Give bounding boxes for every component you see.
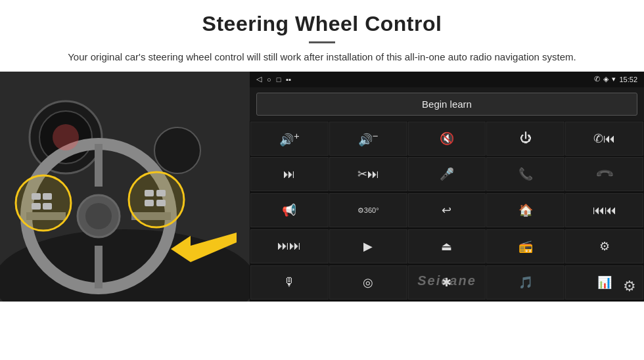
home-button[interactable]: 🏠 bbox=[486, 193, 564, 227]
svg-rect-14 bbox=[32, 193, 41, 200]
radio-icon: 📻 bbox=[518, 239, 533, 254]
control-panel: ◁ ○ □ ▪▪ ✆ ◈ ▾ 15:52 Begin learn bbox=[250, 72, 644, 302]
android-statusbar: ◁ ○ □ ▪▪ ✆ ◈ ▾ 15:52 bbox=[250, 72, 644, 87]
power-button[interactable]: ⏻ bbox=[486, 122, 564, 156]
eq-settings-button[interactable]: ⚙ bbox=[565, 229, 643, 263]
svg-rect-18 bbox=[145, 190, 154, 196]
svg-point-11 bbox=[85, 203, 112, 229]
next-track-icon: ⏭ bbox=[283, 168, 295, 181]
wheel-icon: ◎ bbox=[363, 275, 373, 290]
wifi-status-icon: ▾ bbox=[612, 75, 616, 83]
page-container: Steering Wheel Control Your original car… bbox=[0, 0, 644, 360]
svg-rect-17 bbox=[43, 203, 52, 210]
subtitle: Your original car's steering wheel contr… bbox=[39, 50, 605, 65]
back-button[interactable]: ↩ bbox=[408, 193, 486, 227]
ff-icon: ✂⏭ bbox=[357, 167, 379, 181]
hangup-button[interactable]: 📞 bbox=[565, 157, 643, 191]
equalizer-icon: 📊 bbox=[597, 275, 612, 290]
radio-button[interactable]: 📻 bbox=[486, 229, 564, 263]
eq-settings-icon: ⚙ bbox=[599, 239, 610, 254]
svg-point-22 bbox=[53, 124, 79, 150]
mic-icon: 🎤 bbox=[440, 167, 454, 181]
vol-up-button[interactable]: 🔊+ bbox=[250, 122, 329, 156]
phone-prev-button[interactable]: ✆⏮ bbox=[565, 122, 643, 156]
home-nav-icon[interactable]: ○ bbox=[267, 76, 271, 83]
hangup-icon: 📞 bbox=[594, 164, 614, 185]
gear-settings-button[interactable]: ⚙ bbox=[623, 278, 636, 295]
eject-button[interactable]: ⏏ bbox=[408, 229, 486, 263]
speaker-icon: 📢 bbox=[282, 203, 296, 217]
right-panel-wrapper: ◁ ○ □ ▪▪ ✆ ◈ ▾ 15:52 Begin learn bbox=[250, 72, 644, 302]
next-track-button[interactable]: ⏭ bbox=[250, 157, 329, 191]
skipfwd-button[interactable]: ⏭⏭ bbox=[250, 229, 329, 263]
music-button[interactable]: 🎵 bbox=[486, 265, 564, 300]
mic-button[interactable]: 🎤 bbox=[408, 157, 486, 191]
music-icon: 🎵 bbox=[518, 275, 533, 290]
phone-status-icon: ✆ bbox=[594, 75, 600, 83]
svg-point-4 bbox=[154, 127, 200, 173]
back-icon: ↩ bbox=[442, 203, 451, 217]
mute-icon: 🔇 bbox=[440, 131, 454, 146]
mic2-button[interactable]: 🎙 bbox=[250, 265, 329, 300]
svg-rect-19 bbox=[156, 190, 166, 196]
header-section: Steering Wheel Control Your original car… bbox=[0, 0, 644, 72]
svg-rect-16 bbox=[32, 203, 41, 210]
phone-icon: 📞 bbox=[518, 167, 533, 181]
back-nav-icon[interactable]: ◁ bbox=[256, 75, 262, 83]
speaker-button[interactable]: 📢 bbox=[250, 193, 329, 227]
svg-rect-20 bbox=[145, 200, 154, 206]
svg-point-13 bbox=[129, 172, 184, 227]
page-title: Steering Wheel Control bbox=[39, 12, 605, 36]
svg-rect-21 bbox=[156, 200, 166, 206]
wheel-button[interactable]: ◎ bbox=[329, 265, 407, 300]
navigate-icon: ▶ bbox=[363, 239, 373, 254]
power-icon: ⏻ bbox=[520, 131, 532, 145]
clock: 15:52 bbox=[619, 76, 637, 83]
signal-icon: ▪▪ bbox=[286, 76, 291, 83]
home-icon: 🏠 bbox=[518, 203, 533, 217]
content-row: ◁ ○ □ ▪▪ ✆ ◈ ▾ 15:52 Begin learn bbox=[0, 72, 644, 361]
icon-grid: 🔊+ 🔊− 🔇 ⏻ ✆⏮ ⏭ ✂⏭ 🎤 📞 📞 📢 ⚙360° ↩ 🏠 bbox=[250, 121, 644, 302]
location-status-icon: ◈ bbox=[603, 75, 609, 83]
skipback-button[interactable]: ⏮⏮ bbox=[565, 193, 643, 227]
mute-button[interactable]: 🔇 bbox=[408, 122, 486, 156]
navigate-button[interactable]: ▶ bbox=[329, 229, 407, 263]
title-divider bbox=[309, 41, 335, 43]
camera360-icon: ⚙360° bbox=[357, 206, 379, 215]
phone-prev-icon: ✆⏮ bbox=[593, 131, 615, 146]
car-image-panel bbox=[0, 72, 250, 302]
begin-learn-button[interactable]: Begin learn bbox=[256, 93, 637, 116]
begin-learn-row: Begin learn bbox=[250, 87, 644, 121]
bluetooth-icon: ✱ bbox=[442, 275, 451, 290]
bluetooth-button[interactable]: ✱ bbox=[408, 265, 486, 300]
ff-button[interactable]: ✂⏭ bbox=[329, 157, 407, 191]
skipback-icon: ⏮⏮ bbox=[593, 204, 616, 217]
vol-down-icon: 🔊− bbox=[358, 130, 379, 147]
vol-down-button[interactable]: 🔊− bbox=[329, 122, 407, 156]
skipfwd-icon: ⏭⏭ bbox=[277, 239, 301, 253]
vol-up-icon: 🔊+ bbox=[279, 130, 300, 147]
svg-rect-15 bbox=[43, 193, 52, 200]
recent-nav-icon[interactable]: □ bbox=[277, 76, 281, 83]
eject-icon: ⏏ bbox=[441, 239, 452, 254]
car-interior-svg bbox=[0, 72, 250, 302]
svg-point-12 bbox=[16, 175, 71, 231]
phone-button[interactable]: 📞 bbox=[486, 157, 564, 191]
statusbar-right: ✆ ◈ ▾ 15:52 bbox=[594, 75, 637, 83]
statusbar-left: ◁ ○ □ ▪▪ bbox=[256, 75, 291, 83]
mic2-icon: 🎙 bbox=[283, 275, 295, 289]
camera360-button[interactable]: ⚙360° bbox=[329, 193, 407, 227]
